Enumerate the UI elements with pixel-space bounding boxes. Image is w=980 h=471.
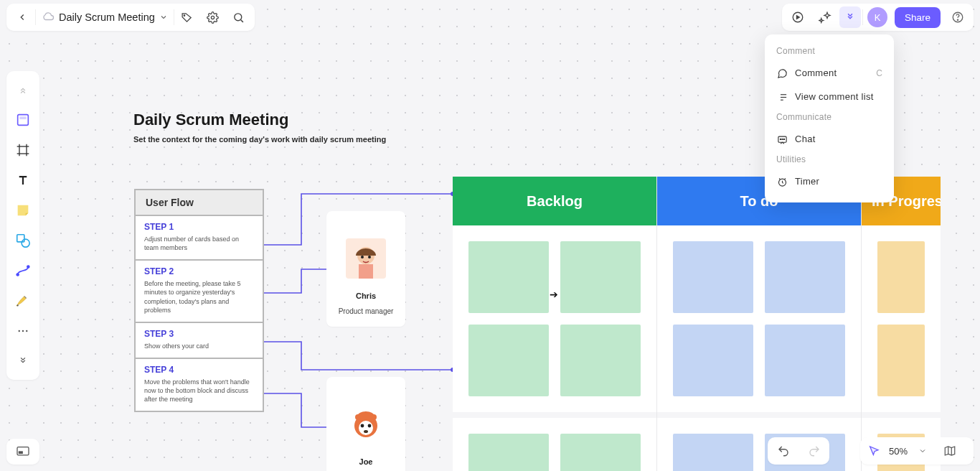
dd-section-communicate: Communicate	[765, 109, 894, 128]
left-toolbar	[6, 71, 39, 380]
svg-point-1	[212, 16, 215, 19]
kanban-card[interactable]	[560, 241, 641, 313]
tool-more[interactable]	[10, 318, 36, 344]
svg-point-49	[371, 414, 377, 420]
history-bar	[768, 437, 829, 465]
svg-point-26	[22, 239, 29, 247]
dd-item-chat[interactable]: Chat	[765, 128, 894, 151]
chevron-down-icon	[159, 13, 168, 22]
kanban-card[interactable]	[673, 241, 753, 313]
comment-icon	[776, 67, 788, 79]
kanban-card[interactable]	[560, 325, 641, 396]
page-subtitle: Set the context for the coming day's wor…	[133, 135, 386, 144]
minimap-button[interactable]	[6, 439, 39, 465]
kanban-col-in-progress[interactable]: In Progress	[862, 177, 941, 471]
expand-toolbar-button[interactable]	[10, 348, 36, 374]
svg-point-2	[235, 13, 242, 20]
dd-section-utilities: Utilities	[765, 151, 894, 170]
kanban-col-todo[interactable]: To do	[657, 177, 862, 471]
comment-dropdown: Comment Comment C View comment list Comm…	[765, 34, 894, 202]
kanban-board[interactable]: Backlog To do In Progress	[453, 177, 941, 471]
svg-rect-20	[19, 116, 26, 119]
kanban-card[interactable]	[560, 434, 641, 471]
svg-point-31	[22, 330, 24, 332]
zoom-value: 50%	[887, 446, 909, 457]
kanban-card[interactable]	[673, 325, 753, 396]
userflow-step-3[interactable]: STEP 3 Show others your card	[136, 323, 263, 359]
present-button[interactable]	[785, 4, 811, 30]
tool-pen[interactable]	[10, 288, 36, 314]
header-right: K Share	[782, 4, 974, 31]
svg-line-3	[241, 19, 243, 22]
kanban-card[interactable]	[877, 241, 925, 313]
dd-item-comment[interactable]: Comment C	[765, 62, 894, 85]
tool-sticky-note[interactable]	[10, 197, 36, 223]
header-left: Daily Scrum Meeting	[6, 4, 255, 31]
avatar-joe	[346, 404, 386, 444]
userflow-step-4[interactable]: STEP 4 Move the problems that won't hand…	[136, 359, 263, 411]
document-title-text: Daily Scrum Meeting	[59, 11, 155, 23]
share-button[interactable]: Share	[895, 7, 941, 28]
svg-point-27	[17, 274, 19, 276]
svg-point-7	[957, 19, 958, 20]
view-bar: 50%	[860, 437, 974, 465]
svg-rect-34	[19, 452, 22, 453]
dd-item-timer[interactable]: Timer	[765, 170, 894, 194]
help-button[interactable]	[945, 4, 971, 30]
userflow-card[interactable]: User Flow STEP 1 Adjust number of cards …	[134, 189, 264, 412]
kanban-card[interactable]	[765, 241, 845, 313]
svg-point-29	[17, 304, 19, 306]
tool-shape[interactable]	[10, 228, 36, 253]
svg-rect-33	[17, 447, 29, 455]
tool-container[interactable]	[10, 107, 36, 133]
kanban-card[interactable]	[468, 241, 549, 313]
timer-icon	[776, 176, 788, 187]
kanban-card[interactable]	[468, 325, 549, 396]
zoom-dropdown-button[interactable]	[909, 437, 936, 465]
user-avatar[interactable]: K	[867, 7, 887, 27]
svg-point-40	[368, 256, 371, 258]
tool-connector[interactable]	[10, 258, 36, 284]
svg-point-30	[19, 330, 20, 332]
kanban-card[interactable]	[877, 325, 925, 396]
svg-point-15	[780, 139, 781, 139]
avatar-chris	[346, 238, 386, 279]
userflow-step-2[interactable]: STEP 2 Before the meeting, please take 5…	[136, 261, 263, 323]
arrow-icon: ➔	[550, 289, 558, 300]
tool-frame[interactable]	[10, 137, 36, 163]
person-card-joe[interactable]: Joe Developer	[326, 377, 405, 471]
svg-rect-19	[18, 115, 29, 126]
kanban-card[interactable]	[765, 325, 845, 396]
comment-menu-button[interactable]	[839, 6, 861, 28]
svg-point-46	[368, 424, 372, 428]
search-button[interactable]	[226, 4, 252, 30]
person-card-chris[interactable]: Chris Product manager	[326, 211, 405, 327]
document-title[interactable]: Daily Scrum Meeting	[36, 10, 174, 25]
svg-point-32	[26, 330, 27, 332]
back-button[interactable]	[9, 4, 35, 30]
svg-point-17	[783, 139, 784, 139]
tool-text[interactable]	[10, 167, 36, 193]
dd-section-comment: Comment	[765, 43, 894, 62]
map-view-button[interactable]	[936, 437, 963, 465]
chat-icon	[776, 134, 788, 145]
kanban-card[interactable]	[673, 434, 753, 471]
svg-marker-5	[796, 16, 799, 19]
svg-point-48	[355, 414, 361, 420]
undo-button[interactable]	[770, 437, 797, 465]
page-title-block: Daily Scrum Meeting Set the context for …	[133, 111, 386, 144]
collapse-toolbar-button[interactable]	[10, 77, 36, 103]
kanban-card[interactable]	[468, 434, 549, 471]
page-title: Daily Scrum Meeting	[133, 111, 386, 129]
tag-button[interactable]	[174, 4, 200, 30]
cloud-icon	[42, 10, 55, 25]
dd-item-view-comment-list[interactable]: View comment list	[765, 85, 894, 109]
settings-button[interactable]	[200, 4, 226, 30]
sparkle-button[interactable]	[812, 4, 838, 30]
svg-rect-41	[359, 264, 373, 279]
userflow-step-1[interactable]: STEP 1 Adjust number of cards based on t…	[136, 216, 263, 261]
kanban-col-backlog[interactable]: Backlog	[453, 177, 657, 471]
redo-button[interactable]	[801, 437, 828, 465]
userflow-header: User Flow	[136, 190, 263, 216]
pointer-button[interactable]	[860, 437, 887, 465]
